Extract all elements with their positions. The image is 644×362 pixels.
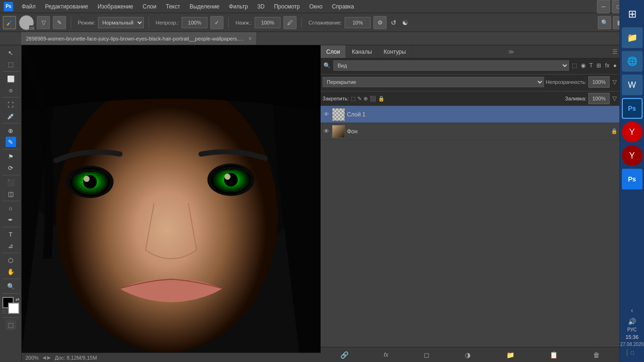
blend-mode-select[interactable]: Перекрытие <box>322 77 544 87</box>
windows-start-btn[interactable]: ⊞ <box>622 4 643 25</box>
hand-tool[interactable]: ✋ <box>6 266 16 277</box>
lock-artboards-icon[interactable]: ⬛ <box>370 96 376 102</box>
smoothing-input[interactable] <box>345 17 371 28</box>
link-layers-icon[interactable]: 🔗 <box>339 349 350 361</box>
taskbar-word-btn[interactable]: W <box>622 74 643 95</box>
lock-position-icon[interactable]: ⊕ <box>363 96 368 102</box>
new-group-icon[interactable]: 📁 <box>504 349 516 361</box>
filter-icon-4[interactable]: ⊞ <box>595 61 602 70</box>
add-mask-icon[interactable]: ◻ <box>422 349 431 361</box>
adjustment-icon[interactable]: ◑ <box>463 349 472 361</box>
delete-layer-icon[interactable]: 🗑 <box>591 349 602 361</box>
opacity-lock-icon[interactable]: ▽ <box>611 78 618 86</box>
path-tool[interactable]: ⊿ <box>6 240 16 251</box>
layer-item-0[interactable]: 👁 Слой 1 <box>321 106 619 123</box>
stamp-tool[interactable]: ⚑ <box>6 151 16 162</box>
canvas-area[interactable]: 200% ◀ ▶ Дос: 8,12М/9,15М <box>22 45 321 362</box>
tab-channels[interactable]: Каналы <box>346 45 378 58</box>
marquee-tool[interactable]: ⬜ <box>6 74 16 84</box>
minimize-btn[interactable]: ─ <box>597 0 610 13</box>
layer-item-1[interactable]: 👁 Фон 🔒 <box>321 123 619 140</box>
gradient-tool[interactable]: ◫ <box>6 189 16 199</box>
nav-left-arrow[interactable]: ◀ <box>42 355 46 360</box>
rotate-icon[interactable]: ↺ <box>389 19 398 26</box>
crop-tool[interactable]: ⛶ <box>6 99 16 110</box>
smoothing-options-btn[interactable]: ⚙ <box>373 16 387 29</box>
menu-help[interactable]: Справка <box>328 2 358 11</box>
dodge-tool[interactable]: ○ <box>6 203 16 214</box>
history-tool[interactable]: ⟳ <box>6 163 16 173</box>
lock-transparent-icon[interactable]: ⬚ <box>351 96 355 102</box>
menu-layers[interactable]: Слои <box>139 2 160 11</box>
taskbar-yandex-btn-1[interactable]: Y <box>622 122 643 142</box>
menu-text[interactable]: Текст <box>162 2 184 11</box>
panel-expand-btn[interactable]: ≫ <box>504 45 518 58</box>
new-layer-icon[interactable]: 📋 <box>548 349 560 361</box>
tab-close-btn[interactable]: × <box>248 35 252 42</box>
taskbar-ps-btn[interactable]: Ps <box>622 98 643 119</box>
taskbar-ps-icon[interactable]: Ps <box>622 169 643 189</box>
tab-filename: 2898989-women-brunette-face-juicy-lips-b… <box>26 36 245 41</box>
pressure-input[interactable] <box>255 17 281 28</box>
taskbar-explorer-btn[interactable]: 📁 <box>622 27 643 48</box>
filter-icon-2[interactable]: ◉ <box>580 61 586 70</box>
brush-options-btn[interactable]: ▽ <box>37 16 50 29</box>
extra-icon[interactable]: ☯ <box>401 19 410 26</box>
menu-3d[interactable]: 3D <box>254 2 268 11</box>
lock-image-icon[interactable]: ✎ <box>357 96 362 102</box>
layer-visibility-0[interactable]: 👁 <box>322 111 330 118</box>
filter-toggle[interactable]: ● <box>612 61 618 70</box>
pressure-btn[interactable]: 🖊 <box>283 16 297 29</box>
opacity-value[interactable] <box>588 76 610 88</box>
opacity-input[interactable] <box>182 17 207 28</box>
eraser-tool[interactable]: ⬛ <box>6 177 16 188</box>
text-tool[interactable]: T <box>6 229 16 239</box>
document-tab[interactable]: 2898989-women-brunette-face-juicy-lips-b… <box>21 32 257 45</box>
lock-all-icon[interactable]: 🔒 <box>378 96 385 102</box>
move-tool[interactable]: ↖ <box>6 48 16 58</box>
search-icon[interactable]: 🔍 <box>598 16 611 29</box>
taskbar-volume-icon[interactable]: 🔊 <box>628 318 636 325</box>
brush-mode-btn[interactable]: ✎ <box>53 16 66 29</box>
panel-menu-btn[interactable]: ☰ <box>611 45 619 58</box>
fill-lock-icon[interactable]: ▽ <box>611 94 618 103</box>
menu-file[interactable]: Файл <box>18 2 40 11</box>
layer-thumb-0 <box>332 108 345 121</box>
filter-icon-1[interactable]: ⬚ <box>571 61 578 70</box>
shape-tool[interactable]: ⬡ <box>6 255 16 265</box>
eyedropper-tool[interactable]: 💉 <box>6 111 16 121</box>
taskbar-browser-btn[interactable]: 🌐 <box>622 51 643 72</box>
nav-right-arrow[interactable]: ▶ <box>47 355 51 360</box>
swap-colors-icon[interactable]: ⇄ <box>16 297 19 302</box>
artboard-tool[interactable]: ⬚ <box>6 59 16 69</box>
brush-tool-btn[interactable]: 🖌️ <box>3 16 16 29</box>
pen-tool[interactable]: ✒ <box>6 214 16 225</box>
filter-select[interactable]: Вид <box>333 60 569 71</box>
taskbar-arrow-btn[interactable]: ‹ <box>627 304 638 316</box>
menu-window[interactable]: Окно <box>305 2 326 11</box>
search-layers-icon[interactable]: 🔍 <box>322 61 331 70</box>
menu-select[interactable]: Выделение <box>186 2 223 11</box>
opacity-always-btn[interactable]: ✓ <box>210 16 223 29</box>
fill-value[interactable] <box>588 93 610 104</box>
tab-paths[interactable]: Контуры <box>378 45 412 58</box>
fx-icon[interactable]: fx <box>382 350 390 360</box>
layer-visibility-1[interactable]: 👁 <box>322 128 330 135</box>
healing-tool[interactable]: ⊕ <box>6 125 16 136</box>
zoom-tool[interactable]: 🔍 <box>6 281 16 291</box>
menu-view[interactable]: Просмотр <box>270 2 304 11</box>
reset-colors-icon[interactable]: ⬚ <box>2 310 6 314</box>
quick-mask-icon[interactable]: ⬚ <box>6 320 16 330</box>
lasso-tool[interactable]: ⌾ <box>6 85 16 95</box>
background-color[interactable] <box>8 303 19 314</box>
menu-edit[interactable]: Редактирование <box>41 2 92 11</box>
show-desktop-btn[interactable]: □ <box>627 349 638 356</box>
taskbar-yandex-btn-2[interactable]: Y <box>622 145 643 166</box>
brush-tool[interactable]: ✎ <box>6 137 16 147</box>
tab-layers[interactable]: Слои <box>321 45 346 58</box>
filter-icon-5[interactable]: fx <box>604 61 610 70</box>
menu-image[interactable]: Изображение <box>94 2 137 11</box>
menu-filter[interactable]: Фильтр <box>225 2 252 11</box>
mode-select[interactable]: Нормальный <box>98 17 144 28</box>
filter-icon-3[interactable]: T <box>588 61 594 70</box>
